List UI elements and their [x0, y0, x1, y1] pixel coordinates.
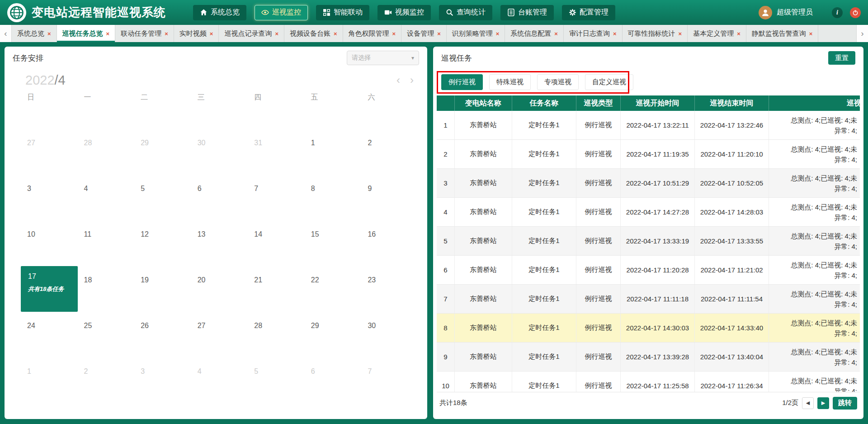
calendar-day[interactable]: 2 — [361, 129, 418, 175]
calendar-day[interactable]: 5 — [248, 357, 305, 403]
workspace-tab[interactable]: 系统总览× — [12, 25, 57, 42]
calendar-day[interactable]: 12 — [134, 220, 191, 266]
tab-close-icon[interactable]: × — [210, 30, 213, 37]
tab-scroll-right-icon[interactable]: › — [856, 25, 868, 42]
table-row[interactable]: 4东善桥站定时任务1例行巡视2022-04-17 14:27:282022-04… — [437, 198, 860, 227]
table-row[interactable]: 6东善桥站定时任务1例行巡视2022-04-17 11:20:282022-04… — [437, 256, 860, 285]
calendar-day[interactable]: 14 — [248, 220, 305, 266]
calendar-day[interactable]: 28 — [248, 312, 305, 357]
calendar-day[interactable]: 28 — [78, 129, 135, 175]
calendar-day[interactable]: 18 — [78, 266, 135, 312]
nav-eye-button[interactable]: 巡视监控 — [255, 5, 308, 20]
calendar-day[interactable]: 1 — [305, 129, 362, 175]
calendar-day[interactable]: 30 — [191, 129, 248, 175]
tab-scroll-left-icon[interactable]: ‹ — [0, 25, 12, 42]
nav-video-button[interactable]: 视频监控 — [377, 5, 431, 20]
calendar-day[interactable]: 7 — [248, 175, 305, 220]
calendar-next-icon[interactable]: › — [410, 75, 414, 86]
inspection-type-tab[interactable]: 特殊巡视 — [489, 74, 531, 90]
workspace-tab[interactable]: 可靠性指标统计× — [623, 25, 688, 42]
calendar-day[interactable]: 27 — [21, 129, 78, 175]
calendar-day[interactable]: 4 — [78, 175, 135, 220]
nav-ledger-button[interactable]: 台账管理 — [500, 5, 554, 20]
calendar-day[interactable]: 4 — [191, 357, 248, 403]
workspace-tab[interactable]: 识别策略管理× — [447, 25, 505, 42]
calendar-day[interactable]: 31 — [248, 129, 305, 175]
jump-button[interactable]: 跳转 — [833, 397, 857, 410]
calendar-day[interactable]: 5 — [134, 175, 191, 220]
calendar-day[interactable]: 1 — [21, 357, 78, 403]
next-page-button[interactable]: ▶ — [817, 397, 829, 409]
calendar-day[interactable]: 22 — [305, 266, 362, 312]
calendar-day[interactable]: 29 — [134, 129, 191, 175]
calendar-day[interactable]: 27 — [191, 312, 248, 357]
tab-close-icon[interactable]: × — [437, 30, 441, 37]
info-icon[interactable]: i — [832, 7, 843, 18]
tab-close-icon[interactable]: × — [737, 30, 741, 37]
tab-close-icon[interactable]: × — [554, 30, 558, 37]
table-row[interactable]: 8东善桥站定时任务1例行巡视2022-04-17 14:30:032022-04… — [437, 314, 860, 343]
tab-close-icon[interactable]: × — [613, 30, 617, 37]
tab-close-icon[interactable]: × — [106, 30, 110, 37]
avatar[interactable] — [759, 6, 772, 19]
calendar-day[interactable]: 3 — [21, 175, 78, 220]
tab-close-icon[interactable]: × — [334, 30, 337, 37]
workspace-tab[interactable]: 联动任务管理× — [115, 25, 174, 42]
nav-gear-button[interactable]: 配置管理 — [562, 5, 615, 20]
table-row[interactable]: 2东善桥站定时任务1例行巡视2022-04-17 11:19:352022-04… — [437, 140, 860, 169]
inspection-type-tab[interactable]: 专项巡视 — [537, 74, 579, 90]
workspace-tab[interactable]: 角色权限管理× — [343, 25, 402, 42]
calendar-day[interactable]: 19 — [134, 266, 191, 312]
tab-close-icon[interactable]: × — [496, 30, 500, 37]
inspection-type-tab[interactable]: 例行巡视 — [441, 74, 483, 90]
calendar-day[interactable]: 29 — [305, 312, 362, 357]
tab-close-icon[interactable]: × — [679, 30, 682, 37]
power-icon[interactable] — [850, 7, 861, 18]
schedule-select[interactable]: 请选择 ▾ — [347, 51, 419, 65]
calendar-day[interactable]: 16 — [361, 220, 418, 266]
prev-page-button[interactable]: ◀ — [802, 397, 814, 409]
workspace-tab[interactable]: 静默监视告警查询× — [746, 25, 819, 42]
table-row[interactable]: 1东善桥站定时任务1例行巡视2022-04-17 13:22:112022-04… — [437, 111, 860, 140]
calendar-day[interactable]: 7 — [361, 357, 418, 403]
calendar-day[interactable]: 21 — [248, 266, 305, 312]
calendar-day[interactable]: 13 — [191, 220, 248, 266]
nav-home-button[interactable]: 系统总览 — [193, 5, 246, 20]
table-row[interactable]: 3东善桥站定时任务1例行巡视2022-04-17 10:51:292022-04… — [437, 169, 860, 198]
workspace-tab[interactable]: 设备管理× — [401, 25, 447, 42]
calendar-day[interactable]: 8 — [305, 175, 362, 220]
workspace-tab[interactable]: 巡视任务总览× — [57, 25, 116, 42]
tab-close-icon[interactable]: × — [392, 30, 396, 37]
workspace-tab[interactable]: 基本定义管理× — [688, 25, 746, 42]
calendar-day[interactable]: 24 — [21, 312, 78, 357]
inspection-type-tab[interactable]: 自定义巡视 — [585, 74, 633, 90]
tab-close-icon[interactable]: × — [809, 30, 813, 37]
calendar-day[interactable]: 15 — [305, 220, 362, 266]
calendar-day[interactable]: 6 — [191, 175, 248, 220]
calendar-day[interactable]: 30 — [361, 312, 418, 357]
table-row[interactable]: 5东善桥站定时任务1例行巡视2022-04-17 13:33:192022-04… — [437, 227, 860, 256]
calendar-day[interactable]: 26 — [134, 312, 191, 357]
calendar-day[interactable]: 2 — [78, 357, 135, 403]
calendar-day[interactable]: 25 — [78, 312, 135, 357]
calendar-day[interactable]: 3 — [134, 357, 191, 403]
table-row[interactable]: 9东善桥站定时任务1例行巡视2022-04-17 13:39:282022-04… — [437, 343, 860, 372]
workspace-tab[interactable]: 巡视点记录查询× — [219, 25, 284, 42]
calendar-day[interactable]: 10 — [21, 220, 78, 266]
tab-close-icon[interactable]: × — [47, 30, 51, 37]
table-row[interactable]: 7东善桥站定时任务1例行巡视2022-04-17 11:11:182022-04… — [437, 285, 860, 314]
workspace-tab[interactable]: 系统信息配置× — [505, 25, 564, 42]
workspace-tab[interactable]: 审计日志查询× — [564, 25, 623, 42]
nav-smartlink-button[interactable]: 智能联动 — [316, 5, 369, 20]
tab-close-icon[interactable]: × — [275, 30, 278, 37]
tab-close-icon[interactable]: × — [165, 30, 168, 37]
calendar-day[interactable]: 11 — [78, 220, 135, 266]
calendar-day[interactable]: 20 — [191, 266, 248, 312]
calendar-day[interactable]: 23 — [361, 266, 418, 312]
calendar-day-selected[interactable]: 17共有18条任务 — [21, 266, 78, 312]
nav-search-button[interactable]: 查询统计 — [439, 5, 492, 20]
calendar-day[interactable]: 6 — [305, 357, 362, 403]
calendar-prev-icon[interactable]: ‹ — [396, 75, 400, 86]
workspace-tab[interactable]: 视频设备台账× — [284, 25, 343, 42]
workspace-tab[interactable]: 实时视频× — [174, 25, 219, 42]
